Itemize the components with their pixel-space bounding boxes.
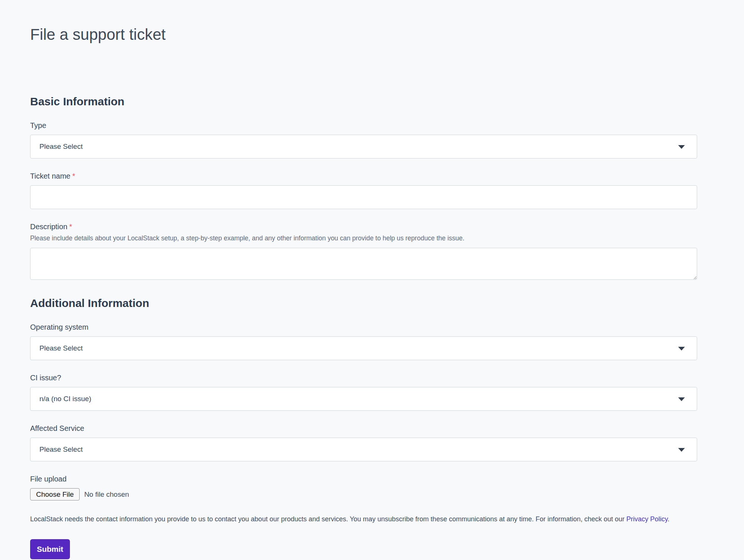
ci-issue-select[interactable]: n/a (no CI issue) bbox=[30, 387, 697, 411]
field-ticket-name: Ticket name* bbox=[30, 172, 697, 209]
file-upload-control: Choose File No file chosen bbox=[30, 488, 697, 500]
caret-down-icon bbox=[678, 448, 685, 452]
basic-information-heading: Basic Information bbox=[30, 95, 697, 108]
choose-file-button[interactable]: Choose File bbox=[30, 488, 80, 500]
operating-system-select-value: Please Select bbox=[39, 344, 83, 352]
affected-service-select[interactable]: Please Select bbox=[30, 438, 697, 461]
ci-issue-label: CI issue? bbox=[30, 374, 697, 382]
field-file-upload: File upload Choose File No file chosen bbox=[30, 475, 697, 500]
field-description: Description* Please include details abou… bbox=[30, 223, 697, 280]
type-select-value: Please Select bbox=[39, 143, 83, 151]
required-asterisk: * bbox=[69, 223, 72, 231]
file-status-text: No file chosen bbox=[84, 490, 129, 499]
privacy-text-before: LocalStack needs the contact information… bbox=[30, 515, 626, 523]
description-helper-text: Please include details about your LocalS… bbox=[30, 234, 697, 242]
section-basic-information: Basic Information Type Please Select Tic… bbox=[30, 95, 697, 280]
section-additional-information: Additional Information Operating system … bbox=[30, 297, 697, 500]
type-label: Type bbox=[30, 121, 697, 130]
field-affected-service: Affected Service Please Select bbox=[30, 424, 697, 461]
field-operating-system: Operating system Please Select bbox=[30, 323, 697, 360]
privacy-policy-link[interactable]: Privacy Policy bbox=[626, 515, 668, 523]
privacy-text-after: . bbox=[668, 515, 670, 523]
description-textarea[interactable] bbox=[30, 248, 697, 280]
ticket-name-input[interactable] bbox=[30, 185, 697, 209]
caret-down-icon bbox=[678, 397, 685, 401]
ticket-name-label-text: Ticket name bbox=[30, 172, 70, 180]
support-ticket-page: File a support ticket Basic Information … bbox=[0, 0, 744, 560]
page-title: File a support ticket bbox=[30, 25, 697, 44]
field-ci-issue: CI issue? n/a (no CI issue) bbox=[30, 374, 697, 411]
type-select[interactable]: Please Select bbox=[30, 135, 697, 159]
submit-button[interactable]: Submit bbox=[30, 539, 70, 559]
operating-system-label: Operating system bbox=[30, 323, 697, 332]
description-label: Description* bbox=[30, 223, 697, 231]
description-label-text: Description bbox=[30, 223, 67, 231]
affected-service-select-value: Please Select bbox=[39, 445, 83, 454]
caret-down-icon bbox=[678, 145, 685, 149]
additional-information-heading: Additional Information bbox=[30, 297, 697, 310]
file-upload-label: File upload bbox=[30, 475, 697, 483]
ticket-name-label: Ticket name* bbox=[30, 172, 697, 180]
field-type: Type Please Select bbox=[30, 121, 697, 159]
privacy-notice: LocalStack needs the contact information… bbox=[30, 515, 697, 524]
required-asterisk: * bbox=[72, 172, 75, 180]
caret-down-icon bbox=[678, 347, 685, 351]
ci-issue-select-value: n/a (no CI issue) bbox=[39, 395, 91, 403]
operating-system-select[interactable]: Please Select bbox=[30, 336, 697, 360]
affected-service-label: Affected Service bbox=[30, 424, 697, 433]
